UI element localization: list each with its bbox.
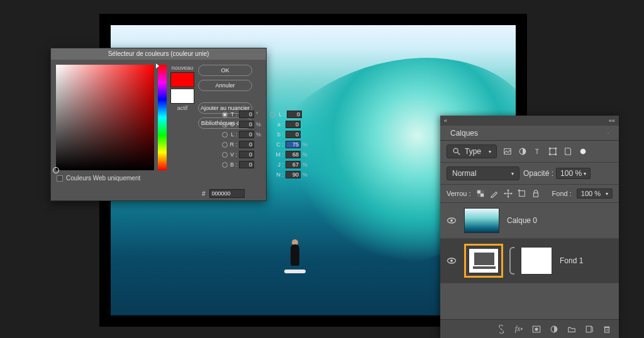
- visibility-toggle-icon[interactable]: [447, 215, 457, 226]
- svg-text:T: T: [535, 148, 540, 155]
- lock-artboard-icon[interactable]: [518, 189, 526, 198]
- svg-rect-23: [518, 190, 519, 192]
- new-adjustment-layer-icon[interactable]: [550, 325, 558, 334]
- cmyk-n-input[interactable]: [286, 171, 301, 178]
- svg-rect-12: [555, 154, 557, 156]
- hsb-t-radio[interactable]: [222, 112, 228, 117]
- svg-rect-15: [480, 194, 484, 197]
- color-field-cursor[interactable]: [53, 167, 59, 173]
- layer-name[interactable]: Calque 0: [507, 216, 537, 225]
- filter-smartobject-icon[interactable]: [564, 147, 572, 156]
- svg-marker-21: [511, 192, 513, 195]
- lock-all-icon[interactable]: [531, 189, 540, 198]
- blend-mode-select[interactable]: Normal ▾: [447, 166, 519, 180]
- lock-transparency-icon[interactable]: [476, 189, 485, 198]
- blend-mode-value: Normal: [452, 169, 477, 178]
- svg-line-4: [458, 153, 460, 155]
- hsb-l-input[interactable]: [239, 131, 254, 138]
- cmyk-c-input[interactable]: [286, 141, 301, 148]
- opacity-input[interactable]: 100 %▾: [556, 168, 591, 179]
- rgb-v-radio[interactable]: [222, 152, 228, 158]
- svg-point-26: [450, 219, 453, 222]
- svg-rect-22: [519, 191, 525, 197]
- layer-thumbnail[interactable]: [464, 208, 499, 233]
- svg-rect-24: [533, 193, 538, 197]
- layer-item[interactable]: Fond 1: [440, 239, 619, 283]
- svg-point-3: [453, 148, 458, 153]
- svg-rect-10: [555, 148, 557, 150]
- delete-layer-icon[interactable]: [602, 325, 611, 334]
- filter-toggle-icon[interactable]: [579, 147, 587, 156]
- lab-l-radio[interactable]: [270, 112, 275, 117]
- hue-slider-thumb[interactable]: [156, 63, 159, 68]
- add-mask-icon[interactable]: [532, 325, 541, 334]
- lab-b-input[interactable]: [286, 131, 301, 138]
- color-field[interactable]: [56, 65, 154, 170]
- rgb-b-radio[interactable]: [222, 162, 228, 168]
- rgb-b-input[interactable]: [239, 161, 254, 168]
- svg-point-30: [535, 327, 538, 330]
- panel-menu-icon[interactable]: [604, 129, 613, 138]
- svg-rect-16: [480, 190, 484, 194]
- layer-filter-type-label: Type: [465, 147, 481, 156]
- svg-point-13: [580, 149, 586, 155]
- cmyk-j-input[interactable]: [286, 161, 301, 168]
- layer-mask-thumbnail[interactable]: [521, 247, 552, 275]
- new-color-label: nouveau: [172, 65, 194, 71]
- lock-label: Verrou :: [447, 190, 471, 197]
- hsb-t-input[interactable]: [239, 111, 254, 118]
- layers-tab[interactable]: Calques: [440, 126, 619, 141]
- fill-opacity-input[interactable]: 100 %▾: [577, 188, 613, 199]
- color-value-fields: T :° L : S :% a : L :% b : R : C :% V : …: [222, 111, 313, 178]
- new-color-swatch: [170, 72, 194, 87]
- layers-tab-label: Calques: [447, 128, 482, 139]
- color-picker-title: Sélecteur de couleurs (couleur unie): [51, 48, 266, 60]
- layer-filter-type-select[interactable]: Type ▾: [447, 144, 497, 158]
- hsb-l-radio[interactable]: [222, 132, 228, 138]
- cmyk-m-input[interactable]: [286, 151, 301, 158]
- lock-position-icon[interactable]: [504, 189, 513, 198]
- svg-rect-14: [477, 190, 480, 194]
- chevron-down-icon: ▾: [511, 171, 514, 177]
- rgb-v-input[interactable]: [239, 151, 254, 158]
- hex-input[interactable]: [209, 189, 245, 198]
- layer-list: Calque 0 Fond 1: [440, 203, 619, 283]
- layers-footer: fx▾: [440, 319, 619, 338]
- svg-rect-32: [586, 326, 591, 332]
- layer-item[interactable]: Calque 0: [440, 203, 619, 239]
- fill-label: Fond :: [552, 190, 572, 197]
- fill-layer-thumbnail-selected[interactable]: [464, 244, 503, 278]
- lab-l-input[interactable]: [287, 111, 302, 118]
- rgb-r-radio[interactable]: [222, 142, 228, 148]
- current-color-label: actif: [177, 105, 188, 111]
- visibility-toggle-icon[interactable]: [447, 256, 457, 266]
- panel-collapse-right[interactable]: ««: [609, 117, 615, 124]
- hue-slider[interactable]: [158, 65, 167, 170]
- new-layer-icon[interactable]: [585, 325, 594, 334]
- lock-pixels-icon[interactable]: [490, 189, 499, 198]
- rgb-r-input[interactable]: [239, 141, 254, 148]
- cancel-button[interactable]: Annuler: [198, 80, 252, 91]
- filter-pixel-icon[interactable]: [503, 147, 512, 156]
- ok-button[interactable]: OK: [198, 65, 252, 76]
- layers-panel: « «« Calques Type ▾ T Normal ▾ Opacité :…: [440, 116, 619, 338]
- filter-adjustment-icon[interactable]: [518, 147, 527, 156]
- new-group-icon[interactable]: [567, 325, 576, 334]
- filter-shape-icon[interactable]: [548, 147, 557, 156]
- hsb-s-input[interactable]: [239, 121, 254, 128]
- chevron-down-icon: ▾: [489, 149, 491, 155]
- web-colors-checkbox[interactable]: [57, 175, 63, 182]
- svg-rect-17: [477, 194, 480, 197]
- opacity-label: Opacité :: [523, 169, 553, 178]
- link-layers-icon[interactable]: [497, 325, 506, 334]
- layer-effects-icon[interactable]: fx▾: [514, 325, 523, 334]
- hsb-s-radio[interactable]: [222, 122, 228, 128]
- svg-marker-18: [507, 189, 509, 191]
- layer-name[interactable]: Fond 1: [560, 256, 583, 265]
- web-colors-label: Couleurs Web uniquement: [66, 175, 140, 182]
- lab-a-input[interactable]: [286, 121, 301, 128]
- svg-marker-19: [507, 196, 509, 198]
- filter-type-icon[interactable]: T: [533, 147, 542, 156]
- panel-collapse-left[interactable]: «: [444, 117, 447, 124]
- svg-rect-11: [549, 154, 551, 156]
